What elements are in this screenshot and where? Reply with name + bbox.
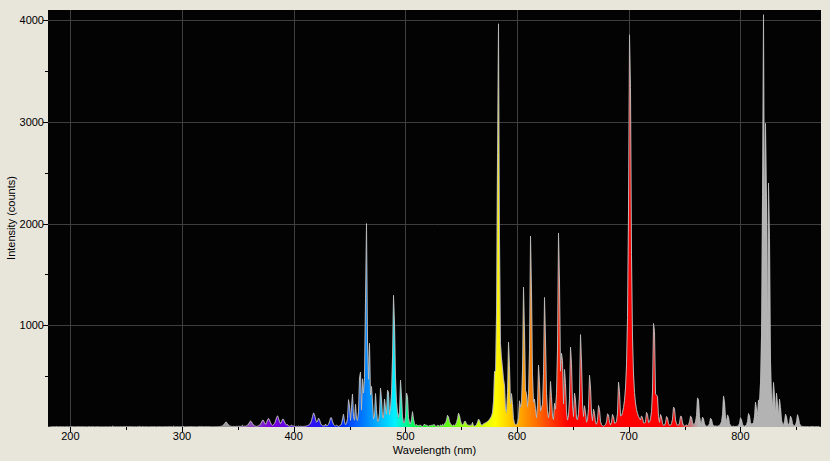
x-axis-tick-label: 400 <box>274 431 314 442</box>
x-axis-tick-label: 200 <box>50 431 90 442</box>
x-axis-tick-label: 600 <box>497 431 537 442</box>
x-axis-minor-tick <box>126 427 127 430</box>
spectrum-plot-area <box>48 10 821 427</box>
x-axis-tick-label: 700 <box>609 431 649 442</box>
y-axis-minor-tick <box>45 71 48 72</box>
x-axis-tick-label: 500 <box>385 431 425 442</box>
x-axis-minor-tick <box>238 427 239 430</box>
x-axis-minor-tick <box>461 427 462 430</box>
y-axis-minor-tick <box>45 376 48 377</box>
y-axis-tick-label: 3000 <box>4 117 44 128</box>
x-axis-minor-tick <box>573 427 574 430</box>
y-axis-minor-tick <box>45 173 48 174</box>
spectrometer-screen: Intensity (counts) Wavelength (nm) 20030… <box>0 0 830 461</box>
x-axis-minor-tick <box>350 427 351 430</box>
y-axis-tick-label: 2000 <box>4 219 44 230</box>
spectrum-canvas <box>48 10 821 427</box>
x-axis-tick-label: 300 <box>162 431 202 442</box>
y-axis-minor-tick <box>45 274 48 275</box>
x-axis-minor-tick <box>796 427 797 430</box>
x-axis-title: Wavelength (nm) <box>48 444 821 456</box>
x-axis-minor-tick <box>685 427 686 430</box>
y-axis-tick-label: 1000 <box>4 320 44 331</box>
y-axis-tick-label: 4000 <box>4 15 44 26</box>
x-axis-tick-label: 800 <box>720 431 760 442</box>
